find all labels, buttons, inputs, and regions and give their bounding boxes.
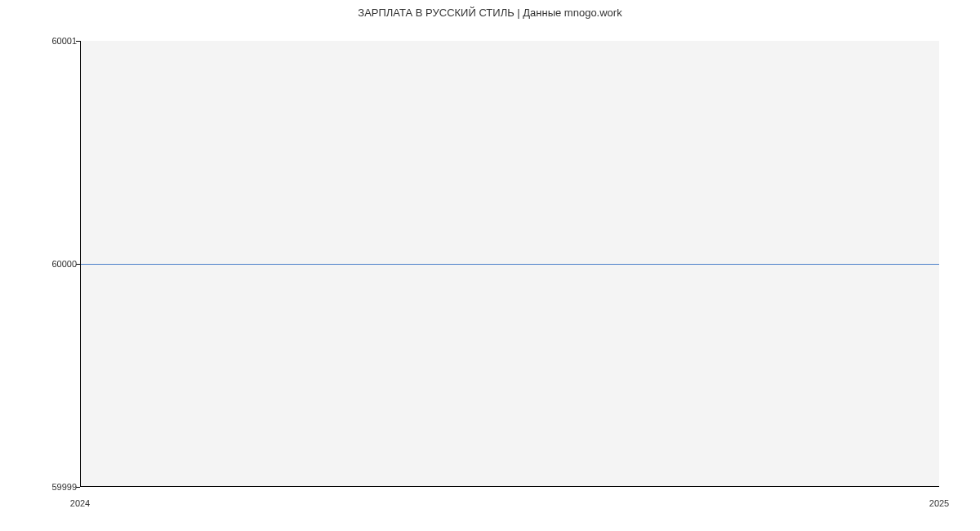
x-tick-label: 2024 xyxy=(70,498,90,508)
y-tick-label: 59999 xyxy=(51,482,77,492)
y-tick-label: 60000 xyxy=(51,259,77,269)
data-line xyxy=(81,264,939,265)
x-tick-label: 2025 xyxy=(929,498,949,508)
chart-title: ЗАРПЛАТА В РУССКИЙ СТИЛЬ | Данные mnogo.… xyxy=(0,7,980,19)
y-tick-label: 60001 xyxy=(51,36,77,46)
plot-area xyxy=(80,41,939,487)
